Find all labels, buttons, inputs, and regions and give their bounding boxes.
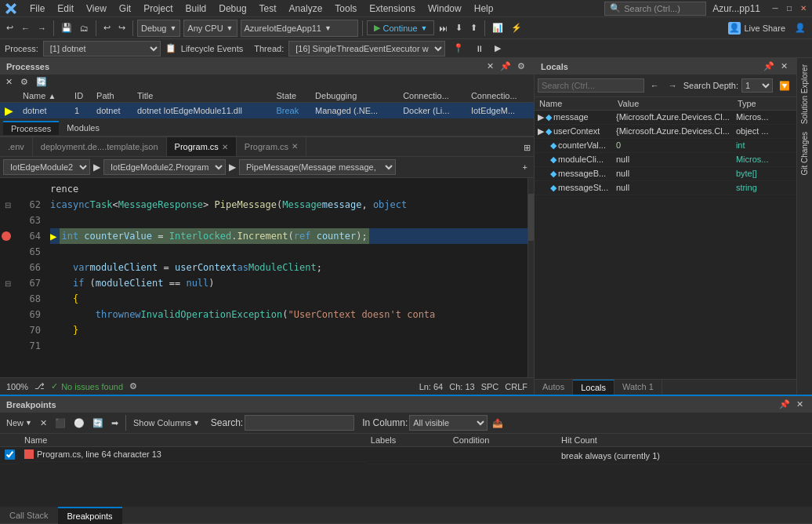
debug-mode-dropdown[interactable]: Debug ▼: [137, 20, 180, 37]
bp-disable-button[interactable]: ⚪: [71, 417, 88, 429]
project-dropdown[interactable]: AzureIotEdgeApp11 ▼: [241, 20, 358, 37]
menu-project[interactable]: Project: [137, 2, 179, 16]
bp-delete-button[interactable]: ✕: [37, 417, 50, 429]
locals-tab-autos[interactable]: Autos: [535, 380, 573, 395]
resume-button[interactable]: ▶: [491, 40, 504, 57]
account-button[interactable]: 👤: [792, 20, 809, 37]
local-row-counterval[interactable]: ◆counterVal... 0 int: [535, 139, 796, 153]
menu-help[interactable]: Help: [468, 2, 500, 16]
tab-program-cs-2[interactable]: Program.cs ✕: [237, 137, 306, 156]
local-row-messagestr[interactable]: ◆messageSt... null string: [535, 181, 796, 195]
menu-extensions[interactable]: Extensions: [363, 2, 422, 16]
process-row[interactable]: ▶ dotnet 1 dotnet dotnet IotEdgeModule11…: [0, 103, 534, 119]
step-out-button[interactable]: ⬆: [467, 20, 480, 37]
processes-close-btn[interactable]: ✕: [484, 60, 496, 72]
bottom-tab-breakpoints[interactable]: Breakpoints: [58, 507, 122, 524]
expand-usercontext[interactable]: ▶: [538, 126, 544, 136]
tab-close-icon[interactable]: ✕: [222, 143, 228, 151]
bp-row[interactable]: Program.cs, line 64 character 13 break a…: [0, 447, 812, 464]
tab-program-cs-1[interactable]: Program.cs ✕: [167, 137, 237, 156]
fold-icon-67[interactable]: ⊟: [5, 279, 11, 288]
locals-tab-watch1[interactable]: Watch 1: [614, 380, 662, 395]
bp-goto-button[interactable]: ➡: [108, 417, 121, 429]
step-into-button[interactable]: ⬇: [452, 20, 466, 37]
close-button[interactable]: ✕: [798, 3, 809, 14]
menu-test[interactable]: Test: [253, 2, 283, 16]
live-share-button[interactable]: 👤 Live Share: [723, 20, 790, 36]
bp-refresh-button[interactable]: 🔄: [89, 417, 107, 429]
menu-edit[interactable]: Edit: [51, 2, 80, 16]
add-watch-button[interactable]: +: [520, 158, 531, 176]
diagnostics-button[interactable]: 📊: [489, 20, 506, 37]
perf-button[interactable]: ⚡: [508, 20, 525, 37]
undo-button[interactable]: ↩: [3, 20, 16, 37]
tab-close-icon-2[interactable]: ✕: [292, 142, 298, 151]
continue-button[interactable]: ▶ Continue ▼: [367, 20, 435, 35]
bp-search-input[interactable]: [245, 415, 354, 431]
expand-message[interactable]: ▶: [538, 112, 544, 122]
locals-fwd-btn[interactable]: →: [665, 77, 680, 94]
nav-back-button[interactable]: ←: [18, 20, 33, 37]
save-all-button[interactable]: 🗂: [77, 20, 92, 37]
local-row-messagebytes[interactable]: ◆messageB... null byte[]: [535, 167, 796, 181]
menu-git[interactable]: Git: [113, 2, 137, 16]
project-breadcrumb[interactable]: IotEdgeModule2: [3, 159, 90, 175]
method-breadcrumb[interactable]: PipeMessage(Message message,: [239, 159, 396, 175]
menu-window[interactable]: Window: [422, 2, 468, 16]
subtab-modules[interactable]: Modules: [59, 122, 107, 134]
locals-filter-btn[interactable]: 🔽: [776, 77, 793, 94]
depth-select[interactable]: 1: [741, 78, 773, 93]
redo-button[interactable]: ↩: [100, 20, 114, 37]
subtab-processes[interactable]: Processes: [3, 121, 59, 135]
processes-pin-btn[interactable]: 📌: [498, 60, 513, 72]
menu-tools[interactable]: Tools: [328, 2, 363, 16]
cpu-mode-dropdown[interactable]: Any CPU ▼: [183, 20, 237, 37]
locals-back-btn[interactable]: ←: [647, 77, 662, 94]
tab-deployment[interactable]: deployment.de....template.json: [33, 137, 167, 156]
breakpoint-indicator-64[interactable]: [2, 231, 11, 241]
fold-icon-62[interactable]: ⊟: [5, 201, 11, 209]
split-editor-button[interactable]: ⊞: [520, 139, 534, 156]
bp-new-button[interactable]: New ▼: [3, 417, 35, 428]
menu-debug[interactable]: Debug: [212, 2, 252, 16]
locals-pin-btn[interactable]: 📌: [761, 60, 777, 72]
bp-in-col-select[interactable]: All visible: [409, 415, 488, 431]
global-search-box[interactable]: 🔍 Search (Ctrl...): [604, 2, 706, 16]
bp-close-btn[interactable]: ✕: [794, 398, 806, 410]
solution-explorer-rail[interactable]: Solution Explorer: [799, 61, 810, 127]
bp-enable-all-button[interactable]: ⬛: [52, 417, 69, 429]
local-row-usercontext[interactable]: ▶◆userContext {Microsoft.Azure.Devices.C…: [535, 125, 796, 139]
menu-build[interactable]: Build: [179, 2, 213, 16]
processes-refresh-btn[interactable]: 🔄: [34, 76, 49, 88]
tab-env[interactable]: .env: [0, 137, 33, 156]
maximize-button[interactable]: □: [784, 3, 795, 14]
locals-close-btn[interactable]: ✕: [778, 60, 790, 72]
bp-export-button[interactable]: 📤: [489, 417, 506, 429]
thread-dropdown[interactable]: [16] SingleThreadEventExecutor w...: [288, 41, 445, 56]
class-breadcrumb[interactable]: IotEdgeModule2.Program: [103, 159, 226, 175]
debug-location-button[interactable]: 📍: [450, 40, 467, 57]
step-over-button[interactable]: ⏭: [436, 20, 451, 37]
local-row-message[interactable]: ▶◆message {Microsoft.Azure.Devices.Cl...…: [535, 111, 796, 125]
bp-pin-btn[interactable]: 📌: [777, 398, 792, 410]
git-changes-rail[interactable]: Git Changes: [799, 129, 810, 179]
bp-checkbox[interactable]: [5, 449, 15, 460]
save-button[interactable]: 💾: [58, 20, 75, 37]
menu-file[interactable]: File: [24, 2, 51, 16]
bottom-tab-callstack[interactable]: Call Stack: [0, 507, 58, 524]
process-dropdown[interactable]: [1] dotnet: [43, 41, 161, 56]
minimize-button[interactable]: ─: [770, 3, 781, 14]
nav-forward-button[interactable]: →: [34, 20, 49, 37]
processes-settings-btn[interactable]: ⚙: [18, 76, 31, 88]
menu-view[interactable]: View: [80, 2, 113, 16]
locals-tab-locals[interactable]: Locals: [573, 380, 614, 395]
code-content[interactable]: ⊟ ⊟: [0, 178, 534, 377]
processes-options-btn[interactable]: ⚙: [515, 60, 527, 72]
pause-button[interactable]: ⏸: [472, 40, 487, 57]
processes-detach-btn[interactable]: ✕: [3, 76, 15, 88]
show-columns-button[interactable]: Show Columns ▼: [130, 417, 203, 428]
locals-search-input[interactable]: [538, 78, 644, 93]
undo2-button[interactable]: ↪: [115, 20, 129, 37]
menu-analyze[interactable]: Analyze: [283, 2, 329, 16]
local-row-moduleclient[interactable]: ◆moduleCli... null Micros...: [535, 153, 796, 167]
